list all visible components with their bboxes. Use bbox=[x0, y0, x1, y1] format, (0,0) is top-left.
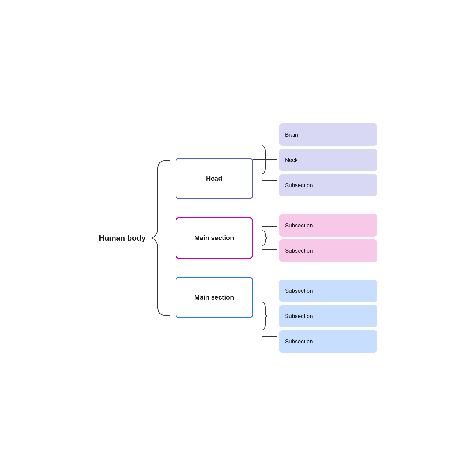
subsections-main2: Subsection Subsection Subsection bbox=[279, 280, 377, 353]
sections-column: Head Main section Main section bbox=[176, 158, 253, 318]
subsection-neck[interactable]: Neck bbox=[279, 149, 377, 171]
subsection-main2-1[interactable]: Subsection bbox=[279, 280, 377, 302]
root-label: Human body bbox=[99, 234, 145, 243]
subsection-main1-1[interactable]: Subsection bbox=[279, 214, 377, 237]
subsection-main2-2[interactable]: Subsection bbox=[279, 305, 377, 327]
branch-main1: Subsection Subsection bbox=[253, 214, 377, 262]
mind-map-diagram: Human body Head Main section Main sectio… bbox=[99, 123, 377, 353]
subsections-head: Brain Neck Subsection bbox=[279, 123, 377, 196]
root-brace bbox=[149, 155, 173, 321]
subsection-main2-3[interactable]: Subsection bbox=[279, 330, 377, 353]
section-main2[interactable]: Main section bbox=[176, 277, 253, 318]
subsection-head-3[interactable]: Subsection bbox=[279, 174, 377, 196]
right-column: Brain Neck Subsection bbox=[253, 123, 377, 353]
subsection-main1-2[interactable]: Subsection bbox=[279, 239, 377, 262]
subsections-main1: Subsection Subsection bbox=[279, 214, 377, 262]
branch-main2: Subsection Subsection Subsection bbox=[253, 280, 377, 353]
branch-head: Brain Neck Subsection bbox=[253, 123, 377, 196]
section-main1[interactable]: Main section bbox=[176, 217, 253, 259]
section-head[interactable]: Head bbox=[176, 158, 253, 199]
subsection-brain[interactable]: Brain bbox=[279, 123, 377, 146]
